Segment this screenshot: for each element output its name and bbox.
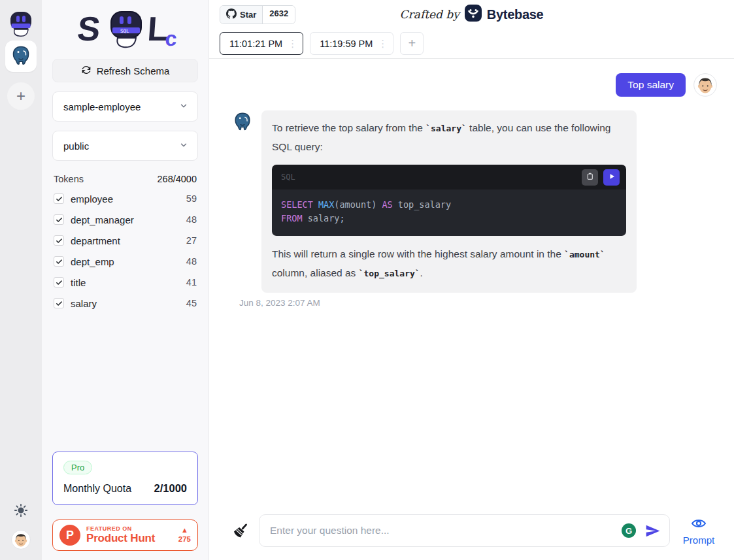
conversation-tabbar: 11:01:21 PM ⋮ 11:19:59 PM ⋮ + <box>209 29 734 59</box>
github-star-left: Star <box>220 6 262 24</box>
product-hunt-upvotes: ▲ 275 <box>178 527 191 544</box>
question-input[interactable] <box>259 514 670 547</box>
svg-text:SQL: SQL <box>120 28 129 34</box>
refresh-schema-button[interactable]: Refresh Schema <box>52 59 198 82</box>
svg-text:c: c <box>164 27 177 50</box>
table-token-count: 41 <box>186 277 197 288</box>
bot-text: This will return a single row with the h… <box>272 248 564 259</box>
grammarly-icon[interactable]: G <box>622 523 636 538</box>
theme-toggle-button[interactable] <box>14 503 28 519</box>
product-hunt-name: Product Hunt <box>86 533 155 544</box>
clipboard-icon <box>586 172 594 182</box>
run-query-button[interactable] <box>603 169 620 186</box>
refresh-schema-label: Refresh Schema <box>97 65 170 76</box>
tab-menu-icon[interactable]: ⋮ <box>288 38 297 50</box>
copy-code-button[interactable] <box>582 169 598 186</box>
sidebar: S SQL L c <box>42 0 209 560</box>
bot-paragraph: To retrieve the top salary from the `sal… <box>272 119 626 156</box>
bytebase-wordmark: Bytebase <box>487 7 544 22</box>
table-checkbox[interactable] <box>54 214 64 225</box>
bot-text: column, aliased as <box>272 267 359 278</box>
quota-row: Monthly Quota 2/1000 <box>63 482 187 495</box>
product-hunt-badge[interactable]: P FEATURED ON Product Hunt ▲ 275 <box>52 519 198 551</box>
table-row: dept_emp 48 <box>52 251 198 272</box>
user-profile-avatar[interactable] <box>11 530 31 550</box>
check-icon <box>56 237 63 244</box>
bot-message-bubble: To retrieve the top salary from the `sal… <box>261 110 637 293</box>
sql-keyword: AS <box>382 199 392 210</box>
user-avatar <box>693 73 717 97</box>
quota-card: Pro Monthly Quota 2/1000 <box>52 452 198 505</box>
tokens-label: Tokens <box>54 174 84 184</box>
upvote-count: 275 <box>178 536 191 544</box>
message-timestamp: Jun 8, 2023 2:07 AM <box>239 298 717 308</box>
conversation-tab[interactable]: 11:19:59 PM ⋮ <box>310 32 393 55</box>
sql-text: (amount) <box>334 199 382 210</box>
schema-dropdown-value: public <box>63 140 89 152</box>
crafted-by-label: Crafted by <box>400 8 459 21</box>
sqlchat-logo: S SQL L c <box>52 0 198 59</box>
sql-text: salary; <box>303 213 345 223</box>
eye-icon <box>691 516 707 533</box>
table-checkbox[interactable] <box>54 256 64 267</box>
chevron-down-icon <box>179 140 188 152</box>
table-token-count: 45 <box>186 298 197 308</box>
user-message-bubble: Top salary <box>616 73 686 97</box>
database-dropdown-value: sample-employee <box>63 101 141 112</box>
table-checkbox[interactable] <box>54 277 64 288</box>
pro-plan-badge: Pro <box>63 461 92 474</box>
sql-code-block: SQL <box>272 165 626 236</box>
table-checkbox[interactable] <box>54 193 64 204</box>
quota-value: 2/1000 <box>154 482 187 495</box>
bot-text: To retrieve the top salary from the <box>272 122 425 133</box>
sql-text: top_salary <box>393 199 451 210</box>
conversation-tab-label: 11:19:59 PM <box>320 39 373 49</box>
add-connection-button[interactable]: + <box>7 82 35 110</box>
check-icon <box>56 279 63 286</box>
chevron-down-icon <box>179 101 188 112</box>
table-row: title 41 <box>52 272 198 293</box>
inline-code: `salary` <box>425 124 467 133</box>
code-block-body: SELECT MAX(amount) AS top_salary FROM sa… <box>272 189 626 236</box>
table-name: dept_manager <box>71 214 134 225</box>
broom-icon <box>233 521 250 540</box>
table-row: employee 59 <box>52 188 198 209</box>
code-line: FROM salary; <box>281 212 617 225</box>
table-name: department <box>71 235 120 246</box>
sql-chat-app: + <box>0 0 734 560</box>
tokens-total: 268/4000 <box>158 174 197 184</box>
new-conversation-button[interactable]: + <box>400 32 424 55</box>
upvote-triangle-icon: ▲ <box>178 527 191 534</box>
rail-item-postgres-connection[interactable] <box>5 41 37 72</box>
quota-label: Monthly Quota <box>63 483 131 495</box>
connection-rail: + <box>0 0 42 560</box>
schema-dropdown[interactable]: public <box>52 131 198 161</box>
table-name: title <box>71 277 86 288</box>
table-checkbox[interactable] <box>54 298 64 308</box>
conversation-tab-active[interactable]: 11:01:21 PM ⋮ <box>220 32 303 55</box>
github-star-button[interactable]: Star 2632 <box>220 5 295 24</box>
question-input-wrap: G <box>259 514 670 547</box>
refresh-icon <box>81 65 92 77</box>
check-icon <box>56 195 63 203</box>
postgresql-elephant-icon <box>10 45 31 68</box>
code-line: SELECT MAX(amount) AS top_salary <box>281 198 617 212</box>
check-icon <box>56 216 63 223</box>
tab-menu-icon[interactable]: ⋮ <box>378 38 388 50</box>
table-checkbox[interactable] <box>54 235 64 246</box>
send-button[interactable] <box>644 523 661 541</box>
sql-keyword: SELECT <box>281 199 318 210</box>
prompt-button[interactable]: Prompt <box>679 516 718 546</box>
code-block-header: SQL <box>272 165 626 189</box>
database-dropdown[interactable]: sample-employee <box>52 91 198 122</box>
conversation-tab-label: 11:01:21 PM <box>229 39 282 49</box>
user-message-row: Top salary <box>233 73 717 97</box>
bytebase-logo-icon <box>465 5 482 24</box>
clear-conversation-button[interactable] <box>233 521 250 540</box>
send-icon <box>644 523 661 541</box>
table-name: employee <box>71 193 113 205</box>
rail-item-sqlchat-bot[interactable] <box>5 9 37 41</box>
sql-function: MAX <box>318 199 334 210</box>
plus-icon: + <box>16 88 25 104</box>
github-icon <box>226 8 237 21</box>
